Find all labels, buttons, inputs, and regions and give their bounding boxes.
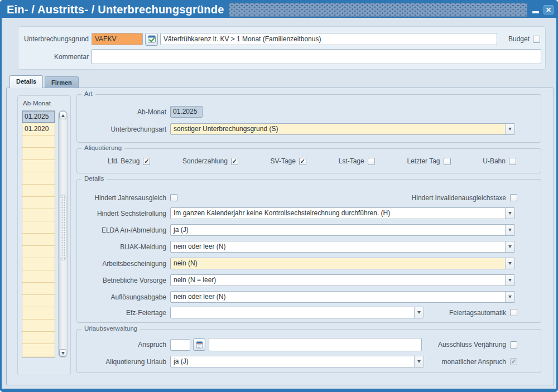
- ab-monat-empty-row[interactable]: [22, 270, 55, 283]
- ab-monat-empty-row[interactable]: [22, 307, 55, 320]
- elda-value: ja (J): [171, 225, 505, 235]
- chevron-down-icon: [505, 225, 514, 235]
- aliquotierung-checkbox-row: Lfd. Bezug Sonderzahlung SV-Tage Lst-Tag…: [77, 157, 541, 165]
- unterbrechungsart-dropdown[interactable]: sonstiger Unterbrechungsgrund (S): [170, 123, 515, 135]
- elda-row: ELDA An-/Abmeldung ja (J): [77, 224, 541, 236]
- hindert-sechstelrollung-label: Hindert Sechstelrollung: [77, 210, 166, 217]
- scroll-down-button[interactable]: [59, 349, 66, 357]
- arrow-up-icon: [61, 114, 65, 117]
- sonderzahlung-checkbox[interactable]: [231, 158, 238, 165]
- letzter-tag-checkbox[interactable]: [444, 158, 451, 165]
- window-title: Ein- / Austritts- / Unterbrechungsgründe: [7, 3, 224, 16]
- ab-monat-list[interactable]: 01.202501.2020: [22, 110, 55, 358]
- arbeitsbescheinigung-row: Arbeitsbescheinigung nein (N): [77, 258, 541, 269]
- ab-monat-empty-row[interactable]: [22, 344, 55, 356]
- ab-monat-empty-row[interactable]: [22, 320, 55, 332]
- ab-monat-empty-row[interactable]: [22, 148, 55, 160]
- jahresausgleich-row: Hindert Jahresausgleich Hindert Invalide…: [77, 192, 541, 204]
- elda-dropdown[interactable]: ja (J): [170, 224, 515, 236]
- feiertagsautomatik-label: Feiertagsautomatik: [449, 309, 506, 317]
- ab-monat-empty-row[interactable]: [22, 295, 55, 307]
- ab-monat-empty-row[interactable]: [22, 283, 55, 295]
- lfd-bezug-checkbox[interactable]: [143, 158, 150, 165]
- unterbrechungsgrund-text-input[interactable]: [160, 33, 497, 45]
- confirm-selection-button[interactable]: [145, 33, 158, 46]
- kommentar-label: Kommentar: [18, 53, 89, 61]
- checklist-icon: [147, 35, 156, 43]
- vorsorge-dropdown[interactable]: nein (N = leer): [170, 274, 515, 286]
- unterbrechungsgrund-label: Unterbrechungsgrund: [18, 35, 89, 43]
- scrollbar-thumb[interactable]: [60, 195, 66, 260]
- chevron-down-icon: [505, 275, 514, 285]
- hindert-invalidenausgleichstaxe-checkbox[interactable]: [510, 194, 517, 201]
- feiertagsautomatik-checkbox[interactable]: [510, 309, 517, 316]
- ab-monat-list-item[interactable]: 01.2020: [22, 123, 55, 135]
- anspruch-calendar-button[interactable]: [193, 338, 205, 351]
- lfd-bezug-label: Lfd. Bezug: [108, 157, 140, 165]
- aliquotierung-urlaub-value: ja (J): [171, 356, 414, 367]
- unterbrechungsart-label: Unterbrechungsart: [77, 125, 166, 133]
- minimize-button[interactable]: [531, 5, 541, 15]
- lfd-bezug-field: Lfd. Bezug: [108, 157, 150, 165]
- arbeitsbescheinigung-dropdown[interactable]: nein (N): [170, 258, 515, 269]
- buak-meldung-label: BUAK-Meldung: [77, 243, 166, 251]
- tab-firmen[interactable]: Firmen: [45, 76, 79, 88]
- vorsorge-value: nein (N = leer): [171, 275, 505, 285]
- ab-monat-empty-row[interactable]: [22, 185, 55, 197]
- ausschluss-verjaehrung-checkbox[interactable]: [510, 341, 517, 349]
- unterbrechungsart-row: Unterbrechungsart sonstiger Unterbrechun…: [77, 123, 541, 135]
- ab-monat-empty-row[interactable]: [22, 332, 55, 344]
- titlebar-drag-handle[interactable]: [229, 3, 528, 17]
- efz-feiertage-dropdown[interactable]: [170, 307, 424, 318]
- header-form-panel: Unterbrechungsgrund Budget Kommentar: [18, 26, 546, 70]
- ab-monat-empty-row[interactable]: [22, 234, 55, 246]
- chevron-down-icon: [505, 292, 514, 302]
- group-aliquotierung-legend: Aliquotierung: [81, 144, 124, 151]
- ab-monat-empty-row[interactable]: [22, 209, 55, 221]
- ab-monat-empty-row[interactable]: [22, 172, 55, 185]
- lst-tage-checkbox[interactable]: [368, 158, 375, 165]
- ab-monat-empty-row[interactable]: [22, 197, 55, 209]
- kommentar-row: Kommentar: [18, 49, 545, 64]
- ab-monat-empty-row[interactable]: [22, 246, 55, 258]
- sv-tage-field: SV-Tage: [271, 157, 306, 165]
- ab-monat-label: Ab-Monat: [77, 108, 166, 116]
- sv-tage-checkbox[interactable]: [299, 158, 306, 165]
- lst-tage-label: Lst-Tage: [339, 157, 364, 165]
- tab-details[interactable]: Details: [9, 75, 43, 88]
- buak-dropdown[interactable]: nein oder leer (N): [170, 241, 515, 253]
- titlebar: Ein- / Austritts- / Unterbrechungsgründe…: [2, 2, 556, 18]
- ab-monat-list-header: Ab-Monat: [23, 100, 51, 107]
- anspruch-input[interactable]: [170, 339, 190, 351]
- feiertagsautomatik-field: Feiertagsautomatik: [449, 309, 517, 317]
- aliquotierung-urlaub-dropdown[interactable]: ja (J): [170, 356, 424, 367]
- efz-feiertage-value: [171, 307, 414, 318]
- ab-monat-scrollbar[interactable]: [58, 110, 68, 358]
- scroll-up-button[interactable]: [59, 112, 66, 119]
- aufloesungsabgabe-dropdown[interactable]: nein oder leer (N): [170, 291, 515, 303]
- elda-label: ELDA An-/Abmeldung: [77, 226, 166, 234]
- monatlicher-anspruch-checkbox[interactable]: [510, 358, 517, 365]
- chevron-down-icon: [414, 307, 424, 318]
- unterbrechungsgrund-code-input[interactable]: [92, 33, 143, 45]
- lst-tage-field: Lst-Tage: [339, 157, 375, 165]
- hindert-jahresausgleich-checkbox[interactable]: [170, 194, 177, 201]
- sechstelrollung-value: Im ganzen Kalenderjahr keine Kontrollsec…: [171, 208, 505, 219]
- kommentar-input[interactable]: [92, 49, 541, 64]
- close-button[interactable]: ✕: [543, 5, 554, 14]
- budget-checkbox[interactable]: [533, 36, 540, 43]
- ab-monat-empty-row[interactable]: [22, 258, 55, 270]
- ab-monat-empty-row[interactable]: [22, 160, 55, 172]
- letzter-tag-label: Letzter Tag: [407, 157, 440, 165]
- u-bahn-checkbox[interactable]: [509, 158, 516, 165]
- ab-monat-empty-row[interactable]: [22, 221, 55, 234]
- calendar-icon: [195, 341, 204, 349]
- tab-bar: Details Firmen: [9, 75, 79, 88]
- ab-monat-list-item[interactable]: 01.2025: [22, 111, 55, 123]
- sechstelrollung-dropdown[interactable]: Im ganzen Kalenderjahr keine Kontrollsec…: [170, 207, 515, 219]
- anspruch-text-input[interactable]: [209, 338, 422, 351]
- arbeitsbescheinigung-label: Arbeitsbescheinigung: [77, 260, 166, 268]
- ab-monat-empty-row[interactable]: [22, 135, 55, 148]
- sonderzahlung-label: Sonderzahlung: [182, 157, 228, 165]
- minimize-icon: [532, 11, 539, 13]
